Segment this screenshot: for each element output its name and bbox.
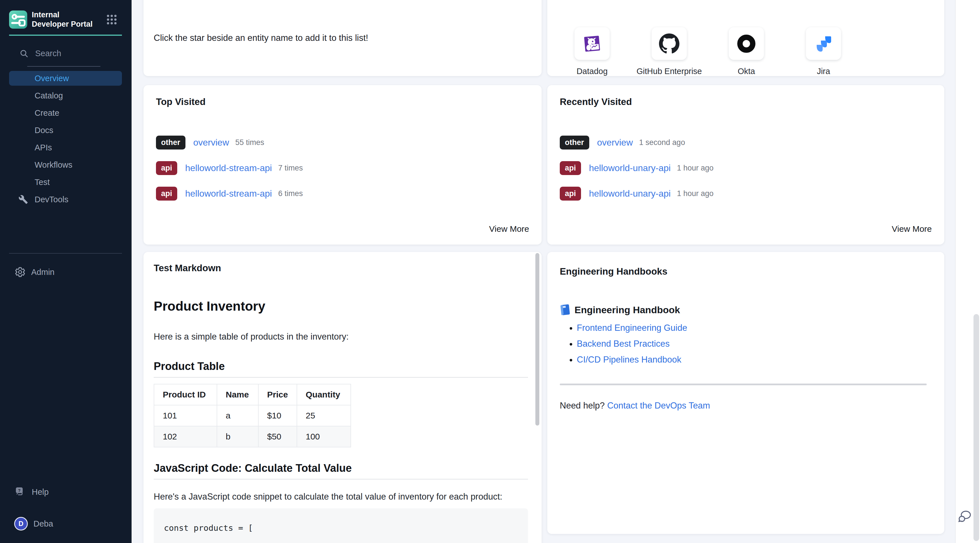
integration-tile bbox=[806, 27, 841, 60]
table-cell: b bbox=[217, 426, 258, 447]
view-more-link[interactable]: View More bbox=[489, 224, 529, 234]
chat-support-button[interactable] bbox=[957, 509, 972, 525]
handbook-section-title: Engineering Handbook bbox=[560, 304, 927, 315]
sidebar-item-label: Workflows bbox=[35, 160, 72, 170]
sidebar-item-label: Catalog bbox=[35, 91, 63, 100]
table-header-cell: Product ID bbox=[154, 384, 217, 405]
help-chat-icon: ? bbox=[15, 486, 26, 498]
markdown-h2-product-table: Product Table bbox=[154, 360, 530, 373]
page-scrollbar-thumb[interactable] bbox=[974, 314, 979, 541]
admin-label: Admin bbox=[31, 268, 54, 277]
kind-badge: api bbox=[156, 187, 177, 201]
sidebar-item-help[interactable]: ? Help bbox=[15, 486, 49, 498]
help-label: Help bbox=[32, 487, 49, 497]
starred-entities-message: Click the star beside an entity name to … bbox=[154, 33, 531, 43]
top-visited-card: Top Visited other overview 55 times api … bbox=[143, 85, 542, 245]
sliders-logo-icon bbox=[9, 11, 27, 29]
list-item: Frontend Engineering Guide bbox=[577, 323, 927, 339]
visit-time: 1 second ago bbox=[639, 138, 685, 147]
entity-link[interactable]: helloworld-unary-api bbox=[589, 163, 671, 174]
integration-tile bbox=[729, 27, 764, 60]
table-header-cell: Name bbox=[217, 384, 258, 405]
integration-datadog[interactable]: Datadog bbox=[574, 27, 610, 76]
table-header-cell: Price bbox=[258, 384, 297, 405]
entity-link[interactable]: helloworld-stream-api bbox=[185, 188, 272, 199]
apps-grid-icon[interactable] bbox=[107, 14, 117, 25]
sidebar-item-admin[interactable]: Admin bbox=[15, 267, 54, 277]
entity-link[interactable]: overview bbox=[597, 137, 633, 148]
test-markdown-card: Test Markdown Product Inventory Here is … bbox=[143, 252, 542, 543]
handbook-divider bbox=[560, 384, 927, 385]
product-table: Product ID Name Price Quantity 101 a $10… bbox=[154, 384, 351, 447]
user-menu[interactable]: D Deba bbox=[14, 517, 53, 530]
markdown-h2-js-code: JavaScript Code: Calculate Total Value bbox=[154, 462, 530, 475]
kind-badge: api bbox=[560, 187, 581, 201]
main-content: Click the star beside an entity name to … bbox=[132, 0, 980, 543]
sidebar-item-apis[interactable]: APIs bbox=[9, 140, 122, 155]
entity-link[interactable]: overview bbox=[193, 137, 229, 148]
sidebar-item-label: Create bbox=[35, 108, 59, 118]
sidebar-accent-divider bbox=[9, 35, 122, 36]
visit-time: 1 hour ago bbox=[677, 189, 713, 198]
sidebar-item-create[interactable]: Create bbox=[9, 105, 122, 120]
integration-label: Jira bbox=[817, 67, 830, 76]
entity-link[interactable]: helloworld-stream-api bbox=[185, 163, 272, 174]
nav-icon-slot bbox=[18, 91, 29, 101]
sidebar-item-overview[interactable]: Overview bbox=[9, 71, 122, 86]
card-scrollbar[interactable] bbox=[535, 253, 539, 425]
contact-devops-link[interactable]: Contact the DevOps Team bbox=[607, 401, 710, 411]
markdown-divider bbox=[154, 479, 528, 479]
chat-bubbles-icon bbox=[957, 509, 972, 524]
table-cell: 102 bbox=[154, 426, 217, 447]
visited-row: api helloworld-stream-api 6 times bbox=[156, 186, 529, 201]
handbook-link[interactable]: Frontend Engineering Guide bbox=[577, 323, 687, 333]
sidebar-item-devtools[interactable]: DevTools bbox=[9, 192, 122, 207]
kind-badge: api bbox=[156, 161, 177, 175]
sidebar-item-docs[interactable]: Docs bbox=[9, 123, 122, 138]
app-logo[interactable] bbox=[9, 11, 27, 29]
search-input[interactable]: Search bbox=[35, 49, 61, 58]
integration-label: GitHub Enterprise bbox=[636, 67, 702, 76]
visited-row: other overview 1 second ago bbox=[560, 135, 932, 150]
visited-row: api helloworld-stream-api 7 times bbox=[156, 161, 529, 175]
table-row: 102 b $50 100 bbox=[154, 426, 351, 447]
integration-label: Datadog bbox=[576, 67, 608, 76]
datadog-icon bbox=[581, 33, 603, 54]
sidebar-item-catalog[interactable]: Catalog bbox=[9, 88, 122, 103]
entity-link[interactable]: helloworld-unary-api bbox=[589, 188, 671, 199]
integration-github-enterprise[interactable]: GitHub Enterprise bbox=[652, 27, 687, 76]
integrations-card: Datadog GitHub Enterprise Okta bbox=[547, 0, 944, 76]
table-cell: $10 bbox=[258, 405, 297, 426]
visited-row: api helloworld-unary-api 1 hour ago bbox=[560, 161, 932, 175]
handbook-link[interactable]: Backend Best Practices bbox=[577, 339, 670, 349]
integration-okta[interactable]: Okta bbox=[729, 27, 764, 76]
table-header-cell: Quantity bbox=[297, 384, 351, 405]
search-icon bbox=[20, 49, 29, 58]
markdown-divider bbox=[154, 377, 528, 377]
user-name: Deba bbox=[33, 519, 53, 529]
integration-jira[interactable]: Jira bbox=[806, 27, 841, 76]
avatar: D bbox=[14, 517, 28, 530]
wrench-icon bbox=[18, 194, 29, 205]
kind-badge: other bbox=[560, 135, 589, 150]
list-item: CI/CD Pipelines Handbook bbox=[577, 355, 927, 371]
table-row: 101 a $10 25 bbox=[154, 405, 351, 426]
visit-count: 6 times bbox=[278, 189, 303, 198]
sidebar-search[interactable]: Search bbox=[20, 49, 61, 58]
okta-icon bbox=[737, 35, 756, 53]
app-title: Internal Developer Portal bbox=[32, 10, 97, 29]
sidebar-item-label: Docs bbox=[35, 126, 53, 135]
integration-tile bbox=[574, 27, 610, 60]
sidebar-item-workflows[interactable]: Workflows bbox=[9, 158, 122, 172]
handbook-link[interactable]: CI/CD Pipelines Handbook bbox=[577, 355, 681, 365]
sidebar-divider bbox=[9, 253, 122, 254]
sidebar-item-test[interactable]: Test bbox=[9, 175, 122, 189]
view-more-link[interactable]: View More bbox=[892, 224, 932, 234]
page-scrollbar-track[interactable] bbox=[955, 0, 980, 543]
nav-icon-slot bbox=[18, 73, 29, 83]
visited-row: api helloworld-unary-api 1 hour ago bbox=[560, 186, 932, 201]
svg-text:?: ? bbox=[18, 488, 21, 493]
help-text: Need help? Contact the DevOps Team bbox=[560, 401, 927, 411]
table-cell: 25 bbox=[297, 405, 351, 426]
sidebar-item-label: DevTools bbox=[35, 195, 68, 204]
